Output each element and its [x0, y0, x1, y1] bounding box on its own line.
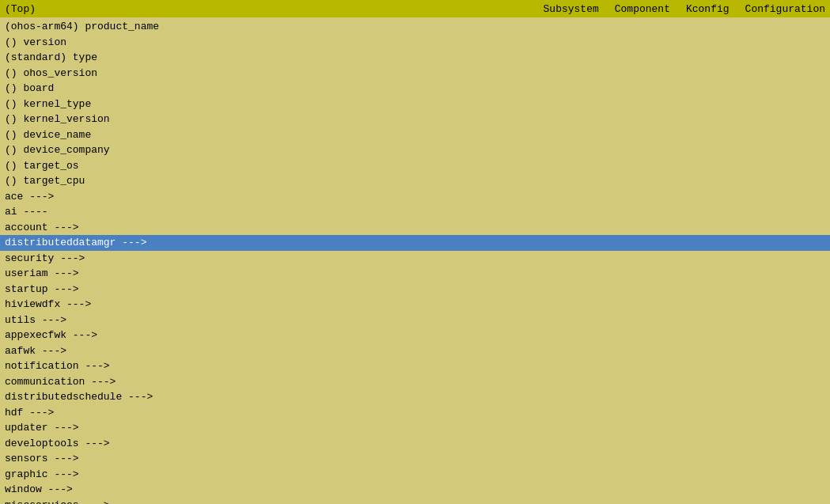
- list-item[interactable]: appexecfwk --->: [0, 328, 830, 343]
- list-item[interactable]: updater --->: [0, 420, 830, 436]
- list-item[interactable]: utils --->: [0, 313, 830, 328]
- list-item[interactable]: () board: [0, 81, 830, 97]
- list-item[interactable]: miscservices --->: [0, 498, 830, 505]
- list-item[interactable]: () target_os: [0, 158, 830, 174]
- list-item[interactable]: startup --->: [0, 282, 830, 297]
- list-item[interactable]: (ohos-arm64) product_name: [0, 19, 830, 35]
- list-item[interactable]: (standard) type: [0, 50, 830, 66]
- list-item[interactable]: security --->: [0, 251, 830, 267]
- list-item[interactable]: distributeddatamgr --->: [0, 235, 830, 251]
- list-item[interactable]: () ohos_version: [0, 66, 830, 81]
- list-item[interactable]: developtools --->: [0, 436, 830, 452]
- list-item[interactable]: hdf --->: [0, 405, 830, 421]
- list-item[interactable]: graphic --->: [0, 467, 830, 483]
- list-item[interactable]: notification --->: [0, 358, 830, 374]
- list-item[interactable]: account --->: [0, 220, 830, 236]
- column-headers: Subsystem Component Kconfig Configuratio…: [544, 3, 825, 15]
- content-area[interactable]: (ohos-arm64) product_name() version(stan…: [0, 17, 830, 504]
- list-item[interactable]: () target_cpu: [0, 173, 830, 189]
- list-item[interactable]: distributedschedule --->: [0, 389, 830, 405]
- breadcrumb: (Top): [5, 3, 36, 15]
- list-item[interactable]: useriam --->: [0, 266, 830, 282]
- list-item[interactable]: window --->: [0, 482, 830, 498]
- header-bar: (Top) Subsystem Component Kconfig Config…: [0, 0, 830, 17]
- list-item[interactable]: () version: [0, 35, 830, 51]
- col-configuration: Configuration: [745, 3, 825, 15]
- list-item[interactable]: aafwk --->: [0, 343, 830, 359]
- list-item[interactable]: () device_name: [0, 127, 830, 143]
- list-item[interactable]: ace --->: [0, 189, 830, 205]
- list-item[interactable]: hiviewdfx --->: [0, 297, 830, 313]
- col-component: Component: [615, 3, 670, 15]
- list-item[interactable]: () kernel_version: [0, 112, 830, 127]
- col-kconfig: Kconfig: [686, 3, 730, 15]
- list-item[interactable]: sensors --->: [0, 451, 830, 467]
- list-item[interactable]: ai ----: [0, 204, 830, 220]
- list-item[interactable]: communication --->: [0, 374, 830, 390]
- col-subsystem: Subsystem: [544, 3, 599, 15]
- list-item[interactable]: () kernel_type: [0, 97, 830, 112]
- list-item[interactable]: () device_company: [0, 142, 830, 158]
